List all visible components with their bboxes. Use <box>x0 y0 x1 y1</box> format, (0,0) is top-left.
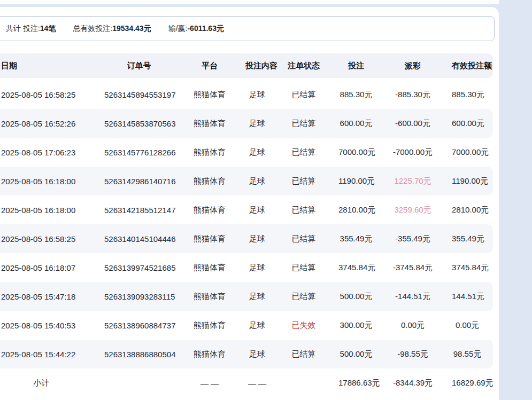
cell-content: 足球 <box>245 205 269 215</box>
table-row: 2025-08-05 16:18:07 5263139974521685 熊猫体… <box>0 253 493 282</box>
cell-order: 5263139093283115 <box>104 292 174 301</box>
cell-status: 已结算 <box>269 234 338 244</box>
cell-status: 已结算 <box>269 90 338 100</box>
cell-bet: 600.00元 <box>338 119 374 129</box>
cell-bet: 300.00元 <box>338 320 374 331</box>
cell-valid: 7000.00元 <box>452 147 483 158</box>
cell-valid: 355.49元 <box>452 234 483 244</box>
cell-payout: -144.51元 <box>374 292 452 302</box>
cell-valid: 2810.00元 <box>452 205 483 215</box>
subtotal-label: 小计 <box>0 378 104 388</box>
top-strip <box>0 0 499 4</box>
cell-platform: 熊猫体育 <box>174 320 245 331</box>
cell-order: 5263145853870563 <box>104 119 174 128</box>
cell-platform: 熊猫体育 <box>174 263 245 273</box>
cell-content: 足球 <box>245 349 269 359</box>
cell-status: 已结算 <box>269 176 338 186</box>
cell-bet: 355.49元 <box>338 234 374 244</box>
col-header-payout: 派彩 <box>374 61 452 71</box>
bet-records-table: 日期 订单号 平台 投注内容 注单状态 投注 派彩 有效投注额 2025-08-… <box>0 53 493 397</box>
table-row: 2025-08-05 16:52:26 5263145853870563 熊猫体… <box>0 109 493 138</box>
cell-payout: -885.30元 <box>374 90 452 100</box>
summary-bar: 共计 投注:14笔 总有效投注:19534.43元 输/赢:-6011.63元 <box>0 16 495 41</box>
table-row: 2025-08-05 15:47:18 5263139093283115 熊猫体… <box>0 282 493 311</box>
cell-content: 足球 <box>245 234 269 244</box>
cell-status: 已结算 <box>269 147 338 158</box>
cell-platform: 熊猫体育 <box>174 176 245 186</box>
table-row: 2025-08-05 16:18:00 5263142185512147 熊猫体… <box>0 195 493 224</box>
summary-valid-label: 总有效投注: <box>73 24 112 33</box>
cell-date: 2025-08-05 16:18:00 <box>0 206 104 215</box>
cell-status: 已结算 <box>269 263 338 273</box>
summary-winloss-label: 输/赢: <box>168 24 188 33</box>
table-row: 2025-08-05 16:18:00 5263142986140716 熊猫体… <box>0 167 493 195</box>
records-card: 共计 投注:14笔 总有效投注:19534.43元 输/赢:-6011.63元 … <box>0 7 499 400</box>
cell-valid: 885.30元 <box>452 90 483 100</box>
cell-content: 足球 <box>245 147 269 158</box>
cell-valid: 3745.84元 <box>452 263 483 273</box>
cell-platform: 熊猫体育 <box>174 292 245 302</box>
cell-payout: -3745.84元 <box>374 263 452 273</box>
table-row: 2025-08-05 16:58:25 5263145894553197 熊猫体… <box>0 80 493 109</box>
cell-payout: -600.00元 <box>374 119 452 129</box>
table-row: 2025-08-05 17:06:23 5263145776128266 熊猫体… <box>0 138 493 167</box>
cell-date: 2025-08-05 15:44:22 <box>0 350 104 359</box>
table-row: 2025-08-05 16:58:25 5263140145104446 熊猫体… <box>0 224 493 253</box>
subtotal-payout: -8344.39元 <box>374 378 452 388</box>
cell-date: 2025-08-05 16:52:26 <box>0 119 104 128</box>
table-header-row: 日期 订单号 平台 投注内容 注单状态 投注 派彩 有效投注额 <box>0 53 493 78</box>
cell-bet: 1190.00元 <box>338 176 374 186</box>
subtotal-row: 小计 — — — — 17886.63元 -8344.39元 16829.69元 <box>0 368 493 397</box>
cell-platform: 熊猫体育 <box>174 90 245 100</box>
cell-payout: -355.49元 <box>374 234 452 244</box>
cell-order: 5263138960884737 <box>104 321 174 330</box>
cell-bet: 500.00元 <box>338 349 374 359</box>
cell-status: 已结算 <box>269 205 338 215</box>
cell-payout: 3259.60元 <box>374 205 452 215</box>
cell-order: 5263145776128266 <box>104 148 174 157</box>
cell-platform: 熊猫体育 <box>174 147 245 158</box>
cell-content: 足球 <box>245 119 269 129</box>
table-body: 2025-08-05 16:58:25 5263145894553197 熊猫体… <box>0 80 493 368</box>
cell-order: 5263139974521685 <box>104 263 174 272</box>
summary-valid-bets: 总有效投注:19534.43元 <box>73 24 151 34</box>
cell-date: 2025-08-05 16:18:00 <box>0 177 104 186</box>
cell-date: 2025-08-05 15:47:18 <box>0 292 104 301</box>
cell-order: 5263140145104446 <box>104 234 174 244</box>
subtotal-content-dash: — — <box>245 379 269 388</box>
cell-valid: 144.51元 <box>452 292 483 302</box>
col-header-status: 注单状态 <box>269 61 338 71</box>
cell-platform: 熊猫体育 <box>174 349 245 359</box>
cell-order: 5263138886880504 <box>104 350 174 359</box>
cell-status: 已失效 <box>269 320 338 331</box>
col-header-bet: 投注 <box>338 61 374 71</box>
col-header-content: 投注内容 <box>245 61 269 71</box>
summary-total-bets: 共计 投注:14笔 <box>6 24 56 34</box>
cell-platform: 熊猫体育 <box>174 205 245 215</box>
cell-content: 足球 <box>245 176 269 186</box>
cell-payout: -7000.00元 <box>374 147 452 158</box>
cell-order: 5263142185512147 <box>104 206 174 215</box>
cell-date: 2025-08-05 17:06:23 <box>0 148 104 157</box>
subtotal-platform-dash: — — <box>174 379 245 388</box>
summary-winloss: 输/赢:-6011.63元 <box>168 24 224 34</box>
cell-content: 足球 <box>245 320 269 331</box>
cell-valid: 0.00元 <box>452 320 483 331</box>
cell-order: 5263145894553197 <box>104 90 174 99</box>
summary-total-count: 14笔 <box>40 24 56 33</box>
cell-valid: 1190.00元 <box>452 176 483 186</box>
col-header-valid: 有效投注额 <box>452 61 483 71</box>
summary-winloss-amount: -6011.63元 <box>187 24 224 33</box>
cell-date: 2025-08-05 16:18:07 <box>0 263 104 272</box>
cell-payout: 1225.70元 <box>374 176 452 186</box>
col-header-date: 日期 <box>0 61 104 71</box>
cell-platform: 熊猫体育 <box>174 234 245 244</box>
table-row: 2025-08-05 15:40:53 5263138960884737 熊猫体… <box>0 311 493 340</box>
summary-total-label: 共计 投注: <box>6 24 40 33</box>
cell-status: 已结算 <box>269 349 338 359</box>
cell-status: 已结算 <box>269 119 338 129</box>
cell-status: 已结算 <box>269 292 338 302</box>
cell-platform: 熊猫体育 <box>174 119 245 129</box>
summary-valid-amount: 19534.43元 <box>112 24 151 33</box>
cell-valid: 600.00元 <box>452 119 483 129</box>
